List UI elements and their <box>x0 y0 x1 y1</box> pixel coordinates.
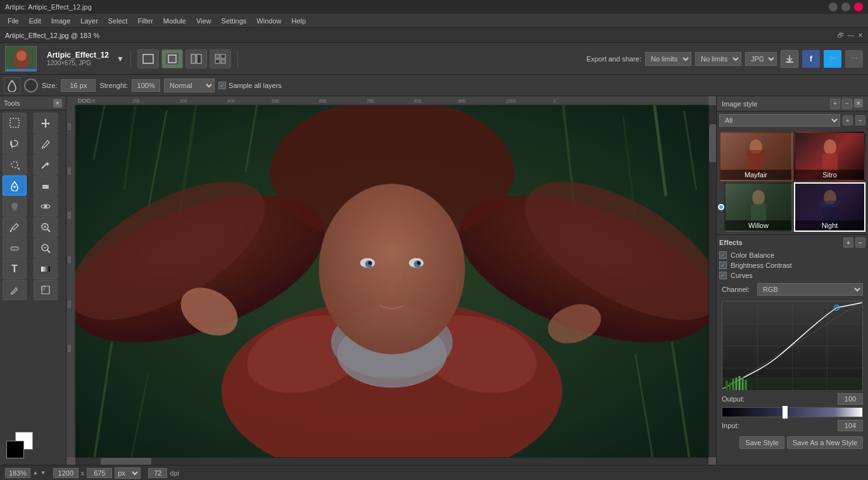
tab-min-btn[interactable]: — <box>848 32 854 39</box>
limits-select-2[interactable]: No limits <box>695 52 741 66</box>
style-thumb-night[interactable]: Night <box>794 182 865 232</box>
input-value[interactable]: 104 <box>838 420 863 431</box>
foreground-color-swatch[interactable] <box>6 441 24 458</box>
unit-select[interactable]: px mm in <box>115 467 141 479</box>
height-input[interactable] <box>87 468 112 478</box>
color-swatches <box>6 432 33 458</box>
input-histogram-bar <box>722 407 863 417</box>
tool-dodge[interactable] <box>3 238 27 258</box>
tool-lasso[interactable] <box>3 134 27 154</box>
blend-mode-select[interactable]: Normal Multiply Screen Overlay <box>164 79 215 92</box>
svg-line-28 <box>47 229 50 232</box>
tool-select-rect[interactable] <box>3 113 27 133</box>
share-fb-btn[interactable]: f <box>802 50 820 68</box>
strength-input[interactable] <box>132 79 160 92</box>
share-other-btn[interactable]: ⋯ <box>845 50 863 68</box>
menu-module[interactable]: Module <box>158 14 191 28</box>
tool-gradient[interactable] <box>34 259 58 279</box>
tab-close-btn[interactable]: ✕ <box>858 32 863 39</box>
effect-curves[interactable]: ✓ Curves <box>717 270 868 281</box>
save-style-btn[interactable]: Save Style <box>739 436 784 449</box>
svg-rect-13 <box>10 118 19 127</box>
style-thumb-sitro[interactable]: Sitro <box>794 132 865 181</box>
file-dropdown-btn[interactable]: ▼ <box>116 54 124 63</box>
menu-select[interactable]: Select <box>103 14 133 28</box>
view-split-btn[interactable] <box>186 49 207 68</box>
willow-radio[interactable] <box>718 204 724 210</box>
tool-quick-select[interactable] <box>3 155 27 175</box>
effects-remove-btn[interactable]: − <box>855 237 865 248</box>
menu-help[interactable]: Help <box>286 14 311 28</box>
effect-brightness-contrast[interactable]: ✓ Brightness Contrast <box>717 260 868 270</box>
style-remove-btn2[interactable]: − <box>855 115 865 125</box>
save-file-btn[interactable] <box>781 50 798 68</box>
color-balance-checkbox[interactable]: ✓ <box>719 251 727 259</box>
tools-close-btn[interactable]: ✕ <box>53 99 62 108</box>
tool-magic-wand[interactable] <box>34 155 58 175</box>
tool-text[interactable]: T <box>3 259 27 279</box>
channel-select[interactable]: RGB Red Green Blue <box>757 283 863 296</box>
curves-graph[interactable] <box>722 301 863 389</box>
image-style-close-btn[interactable]: ✕ <box>854 99 863 108</box>
format-select[interactable]: JPG <box>745 52 777 66</box>
tool-move[interactable] <box>34 113 58 133</box>
tool-color-preview[interactable] <box>24 79 38 92</box>
close-btn[interactable] <box>854 3 863 11</box>
zoom-input[interactable] <box>5 468 30 478</box>
view-quad-btn[interactable] <box>210 49 231 68</box>
tool-shape[interactable] <box>34 280 58 300</box>
brightness-contrast-checkbox[interactable]: ✓ <box>719 262 727 269</box>
tool-healing[interactable] <box>3 175 27 196</box>
output-value[interactable]: 100 <box>838 393 863 405</box>
view-full-btn[interactable] <box>161 49 183 68</box>
save-as-new-style-btn[interactable]: Save As a New Style <box>787 436 863 449</box>
minimize-btn[interactable] <box>829 3 838 11</box>
tool-pen[interactable] <box>34 134 58 154</box>
tool-eye[interactable] <box>34 196 58 217</box>
menu-settings[interactable]: Settings <box>217 14 252 28</box>
input-handle-left[interactable] <box>783 406 788 419</box>
tool-pen2[interactable] <box>3 280 27 300</box>
menu-file[interactable]: File <box>3 14 24 28</box>
sample-all-layers-check[interactable]: ✓ Sample all layers <box>218 82 282 89</box>
tool-zoom[interactable] <box>34 217 58 237</box>
width-input[interactable] <box>53 468 79 478</box>
tab-restore-btn[interactable]: 🗗 <box>838 32 844 39</box>
tool-eyedropper[interactable] <box>3 217 27 237</box>
menu-edit[interactable]: Edit <box>24 14 46 28</box>
view-normal-btn[interactable] <box>137 49 159 68</box>
effect-color-balance[interactable]: ✓ Color Balance <box>717 250 868 260</box>
menu-view[interactable]: View <box>191 14 217 28</box>
menu-window[interactable]: Window <box>251 14 286 28</box>
tool-zoom-out[interactable] <box>34 238 58 258</box>
style-thumb-mayfair[interactable]: Mayfair <box>719 132 793 181</box>
tool-smudge[interactable] <box>3 196 27 217</box>
menu-image[interactable]: Image <box>46 14 76 28</box>
canvas-photo[interactable] <box>75 105 708 457</box>
style-thumb-willow[interactable]: Willow <box>724 182 793 232</box>
effects-add-btn[interactable]: + <box>843 237 853 248</box>
style-category-select[interactable]: All <box>719 114 840 127</box>
scroll-h-thumb[interactable] <box>101 458 151 465</box>
style-add-btn2[interactable]: + <box>843 115 853 125</box>
scroll-vertical[interactable] <box>708 105 716 457</box>
dpi-input[interactable] <box>148 468 167 478</box>
scroll-horizontal[interactable] <box>75 457 708 465</box>
tool-eraser[interactable] <box>34 175 58 196</box>
maximize-btn[interactable] <box>841 3 850 11</box>
image-style-remove-btn[interactable]: − <box>842 99 852 109</box>
zoom-up-arrow[interactable]: ▲ <box>33 470 38 476</box>
size-input[interactable] <box>61 79 96 92</box>
menu-filter[interactable]: Filter <box>132 14 158 28</box>
menu-layer[interactable]: Layer <box>75 14 103 28</box>
share-tw-btn[interactable]: 🐦 <box>824 50 841 68</box>
zoom-down-arrow[interactable]: ▼ <box>41 470 46 476</box>
curves-checkbox[interactable]: ✓ <box>719 272 727 279</box>
limits-select-1[interactable]: No limits <box>645 52 691 66</box>
scroll-v-thumb[interactable] <box>709 124 716 162</box>
input-label: Input: <box>722 422 739 429</box>
canvas-area[interactable]: DOC 100 200 300 400 500 600 700 800 900 … <box>66 96 716 465</box>
image-style-add-btn[interactable]: + <box>830 99 840 109</box>
effects-header: Effects + − <box>717 235 868 250</box>
svg-text:300: 300 <box>67 212 72 219</box>
